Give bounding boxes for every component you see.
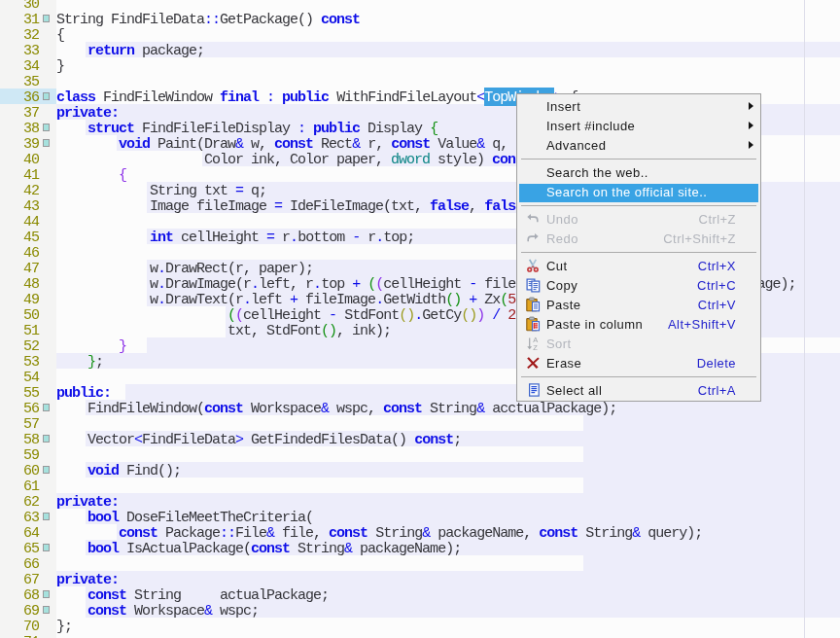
svg-text:Z: Z — [533, 343, 538, 351]
